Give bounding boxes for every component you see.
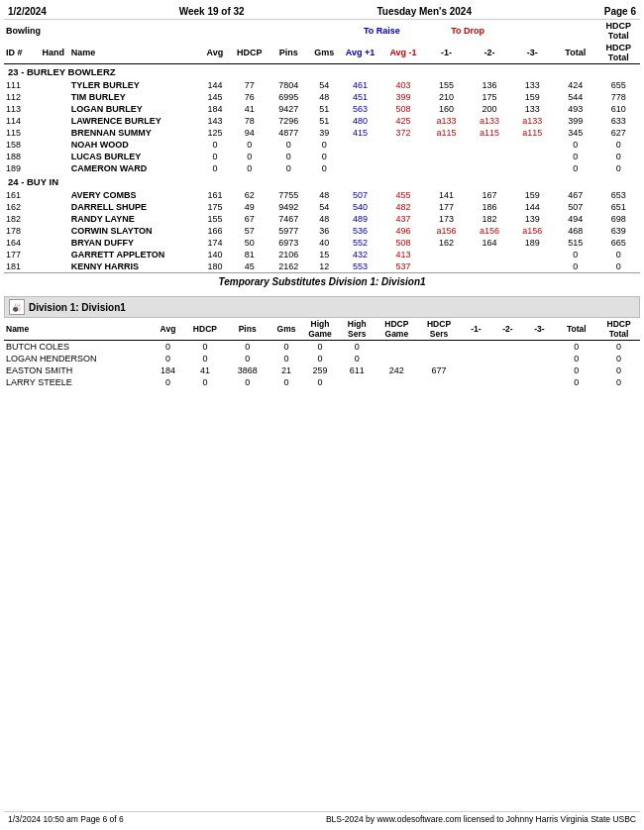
table-row: 114LAWRENCE BURLEY14378729651480425a133a… (4, 115, 640, 127)
sub-high-sers-header: High Sers (339, 318, 376, 341)
sub-hdcp-sers-header: HDCP Sers (418, 318, 461, 341)
temp-sub-row: Temporary Substitutes Division 1: Divisi… (4, 273, 640, 291)
division-title: Division 1: Division1 (29, 302, 126, 313)
hdcp-col-header2: HDCP Total (596, 42, 640, 64)
sub-gms-header: Gms (271, 318, 302, 341)
substitutes-table: Name Avg HDCP Pins Gms High Game High Se… (4, 318, 640, 388)
table-row: 115BRENNAN SUMMY12594487739415372a115a11… (4, 127, 640, 139)
section-header-row: 23 - BURLEY BOWLERZ (4, 64, 640, 80)
table-row: 111TYLER BURLEY1447778045446140315513613… (4, 79, 640, 91)
sub-pins-header: Pins (224, 318, 271, 341)
total-col-header: Total (554, 42, 596, 64)
table-row: 113LOGAN BURLEY1844194275156350816020013… (4, 103, 640, 115)
footer-right: BLS-2024 by www.odesoftware.com licensed… (326, 814, 636, 824)
table-row: 161AVERY COMBS16162775548507455141167159… (4, 189, 640, 201)
gms-col-header: Gms (310, 42, 339, 64)
footer-row: 1/3/2024 10:50 am Page 6 of 6 BLS-2024 b… (4, 811, 640, 826)
to-drop-header: To Drop (425, 20, 511, 42)
table-row: 189CAMERON WARD000000 (4, 162, 640, 174)
hand-col-header: Hand (38, 42, 69, 64)
sub-table-row: LOGAN HENDERSON00000000 (4, 353, 640, 364)
pins-col-header: Pins (267, 42, 309, 64)
table-row: 177GARRETT APPLETON1408121061543241300 (4, 249, 640, 260)
sub-table-row: BUTCH COLES00000000 (4, 341, 640, 354)
table-row: 188LUCAS BURLEY000000 (4, 151, 640, 162)
raise-sub-header: Avg +1 (339, 42, 381, 64)
name-col-header: Name (69, 42, 198, 64)
sub-hdcp-header: HDCP (186, 318, 223, 341)
g3-col-header: -3- (511, 42, 554, 64)
id-col-header: ID # (4, 42, 38, 64)
sub-table-row: LARRY STEELE0000000 (4, 376, 640, 388)
sub-avg-header: Avg (150, 318, 186, 341)
header-league: Tuesday Men's 2024 (376, 6, 472, 17)
drop-sub-header: Avg -1 (381, 42, 424, 64)
sub-high-game-header: High Game (301, 318, 338, 341)
scores-header (511, 20, 597, 42)
sub-g2-header: -2- (491, 318, 523, 341)
header-row: 1/2/2024 Week 19 of 32 Tuesday Men's 202… (4, 4, 640, 20)
sub-hdcp-game-header: HDCP Game (376, 318, 418, 341)
table-row: 158NOAH WOOD000000 (4, 139, 640, 151)
division-icon: 🎳 (9, 299, 25, 315)
sub-hdcp-total-header: HDCP Total (597, 318, 640, 341)
table-row: 112TIM BURLEY145766995484513992101751595… (4, 91, 640, 103)
avg-col-header: Avg (198, 42, 232, 64)
to-raise-header: To Raise (339, 20, 425, 42)
pins-gms-header (267, 20, 338, 42)
g2-col-header: -2- (468, 42, 510, 64)
avg-hdcp-header (198, 20, 267, 42)
table-row: 162DARRELL SHUPE175499492545404821771861… (4, 201, 640, 213)
table-row: 164BRYAN DUFFY17450697340552508162164189… (4, 237, 640, 249)
sub-total-header: Total (555, 318, 597, 341)
bowling-header: Bowling (4, 20, 198, 42)
hdcp-col-header: HDCP (232, 42, 268, 64)
sub-g1-header: -1- (460, 318, 491, 341)
footer-left: 1/3/2024 10:50 am Page 6 of 6 (8, 814, 124, 824)
table-row: 182RANDY LAYNE15567746748489437173182139… (4, 213, 640, 225)
sub-g3-header: -3- (523, 318, 555, 341)
section-header-row: 24 - BUY IN (4, 174, 640, 189)
table-row: 178CORWIN SLAYTON16657597736536496a156a1… (4, 225, 640, 237)
main-table: Bowling To Raise To Drop HDCP Total ID #… (4, 20, 640, 290)
header-page: Page 6 (604, 6, 636, 17)
header-date: 1/2/2024 (8, 6, 47, 17)
header-week: Week 19 of 32 (179, 6, 245, 17)
sub-table-row: EASTON SMITH1844138682125961124267700 (4, 364, 640, 376)
table-row: 181KENNY HARRIS1804521621255353700 (4, 260, 640, 273)
sub-name-header: Name (4, 318, 150, 341)
g1-col-header: -1- (425, 42, 468, 64)
hdcp-total-header: HDCP Total (596, 20, 640, 42)
division-header-bar: 🎳 Division 1: Division1 (4, 296, 640, 318)
